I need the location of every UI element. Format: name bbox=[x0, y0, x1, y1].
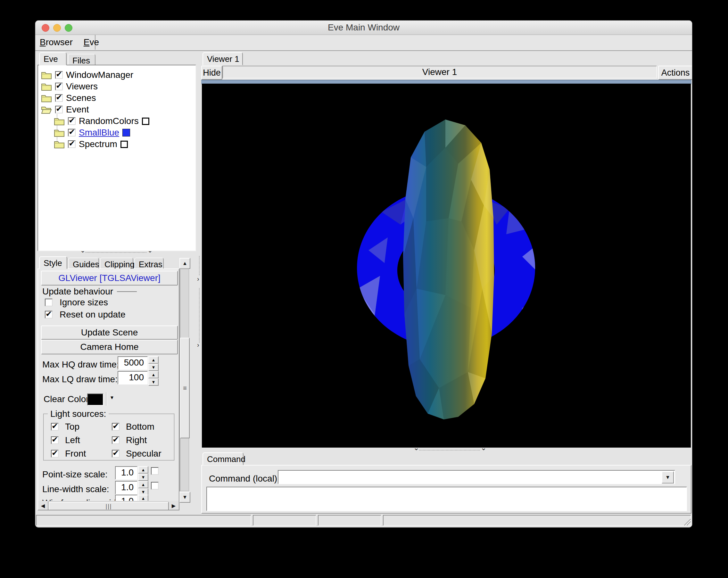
scroll-left-icon[interactable]: ◀ bbox=[39, 501, 47, 510]
visibility-checkbox[interactable]: ✔ bbox=[68, 140, 76, 148]
glviewer-button[interactable]: GLViewer [TGLSAViewer] bbox=[41, 271, 178, 286]
light-left-row: ✔Left bbox=[51, 435, 112, 445]
light-bottom-row: ✔Bottom bbox=[112, 422, 170, 432]
spin-up-icon[interactable]: ▲ bbox=[138, 466, 148, 474]
point-size-value[interactable]: 1.0 bbox=[115, 466, 137, 480]
command-panel: Command (local): ▼ bbox=[201, 465, 692, 514]
title-bar[interactable]: Eve Main Window bbox=[35, 21, 692, 35]
spin-up-icon[interactable]: ▲ bbox=[148, 371, 159, 378]
tree-item-label[interactable]: Scenes bbox=[66, 93, 96, 103]
tab-files[interactable]: Files bbox=[68, 54, 96, 65]
max-hq-label: Max HQ draw time: bbox=[42, 360, 119, 370]
light-top-row: ✔Top bbox=[51, 422, 112, 432]
spin-down-icon[interactable]: ▼ bbox=[138, 474, 148, 481]
menu-browser[interactable]: Browser bbox=[40, 37, 73, 47]
command-dropdown-icon[interactable]: ▼ bbox=[662, 471, 674, 483]
folder-icon bbox=[54, 140, 65, 149]
gl-viewport[interactable] bbox=[202, 84, 691, 448]
scroll-right-icon[interactable]: ▶ bbox=[170, 501, 178, 510]
tab-clipping[interactable]: Clipping bbox=[100, 258, 133, 269]
point-size-label: Point-size scale: bbox=[42, 469, 108, 480]
folder-icon bbox=[41, 94, 52, 103]
tree-row-event[interactable]: ✔ Event bbox=[41, 104, 89, 115]
clear-color-dropdown-icon[interactable]: ▼ bbox=[110, 395, 114, 400]
spin-down-icon[interactable]: ▼ bbox=[148, 378, 159, 386]
visibility-checkbox[interactable]: ✔ bbox=[68, 129, 76, 136]
resize-grip-icon[interactable] bbox=[682, 517, 691, 525]
light-left-checkbox[interactable]: ✔ bbox=[51, 437, 59, 444]
visibility-checkbox[interactable]: ✔ bbox=[55, 106, 63, 113]
light-top-checkbox[interactable]: ✔ bbox=[51, 423, 59, 430]
style-vscroll-up-icon[interactable]: ▲ bbox=[179, 258, 190, 269]
light-right-checkbox[interactable]: ✔ bbox=[112, 437, 120, 444]
folder-icon bbox=[41, 82, 52, 91]
spin-up-icon[interactable]: ▲ bbox=[148, 356, 159, 364]
color-marker-blue[interactable] bbox=[122, 129, 130, 136]
splitter-caret-icon: ⌄ bbox=[413, 446, 419, 449]
max-lq-value[interactable]: 100 bbox=[118, 371, 148, 385]
line-width-value[interactable]: 1.0 bbox=[115, 481, 137, 494]
color-marker-empty[interactable] bbox=[142, 117, 149, 125]
tree-item-label[interactable]: Viewers bbox=[66, 81, 98, 91]
ignore-sizes-checkbox[interactable]: ✔ bbox=[45, 298, 53, 306]
line-width-override-checkbox[interactable]: ✔ bbox=[151, 482, 159, 490]
splitter-caret-icon: › bbox=[197, 277, 199, 280]
tab-extras[interactable]: Extras bbox=[134, 258, 164, 269]
pane-splitter[interactable]: › › bbox=[198, 51, 201, 512]
max-lq-label: Max LQ draw time: bbox=[42, 374, 118, 385]
color-marker-empty[interactable] bbox=[121, 141, 128, 148]
viewer-command-splitter[interactable]: ⌄ ⌄ bbox=[201, 448, 692, 452]
eve-tree-panel: ✔ WindowManager ✔ Viewers ✔ Scenes ✔ Eve… bbox=[37, 65, 196, 251]
splitter-dots bbox=[199, 256, 200, 275]
reset-on-update-checkbox[interactable]: ✔ bbox=[45, 311, 53, 318]
tab-guides[interactable]: Guides bbox=[68, 258, 99, 269]
spin-down-icon[interactable]: ▼ bbox=[148, 364, 159, 371]
style-hscrollbar[interactable]: ◀ ||| ▶ bbox=[38, 501, 179, 510]
tab-style[interactable]: Style bbox=[39, 256, 67, 269]
hscroll-thumb[interactable]: ||| bbox=[49, 502, 169, 510]
tree-item-label[interactable]: Spectrum bbox=[79, 139, 117, 149]
light-bottom-checkbox[interactable]: ✔ bbox=[112, 423, 120, 430]
menu-box: Browser Eve bbox=[35, 35, 96, 50]
hide-button[interactable]: Hide bbox=[201, 66, 223, 80]
tree-row-spectrum[interactable]: ✔ Spectrum bbox=[54, 138, 128, 150]
tree-row-randomcolors[interactable]: ✔ RandomColors bbox=[54, 115, 149, 127]
tree-item-label-selected[interactable]: SmallBlue bbox=[79, 128, 119, 138]
max-hq-value[interactable]: 5000 bbox=[118, 356, 148, 370]
tree-row-viewers[interactable]: ✔ Viewers bbox=[41, 81, 98, 92]
open-folder-icon bbox=[41, 105, 52, 114]
light-specular-checkbox[interactable]: ✔ bbox=[112, 450, 120, 457]
clear-color-row: Clear Color ▼ bbox=[44, 394, 89, 404]
tree-row-scenes[interactable]: ✔ Scenes bbox=[41, 92, 96, 104]
light-sources-group: Light sources: ✔Top ✔Bottom ✔Left ✔Right… bbox=[43, 409, 175, 461]
3d-scene bbox=[202, 84, 691, 448]
visibility-checkbox[interactable]: ✔ bbox=[55, 94, 63, 102]
tree-row-smallblue[interactable]: ✔ SmallBlue bbox=[54, 127, 130, 138]
tree-item-label[interactable]: Event bbox=[66, 104, 89, 115]
tab-command[interactable]: Command bbox=[203, 452, 243, 465]
tree-item-label[interactable]: RandomColors bbox=[79, 116, 139, 126]
command-output-area[interactable] bbox=[206, 487, 687, 511]
style-vscroll-down-icon[interactable]: ▼ bbox=[179, 492, 190, 503]
light-front-checkbox[interactable]: ✔ bbox=[51, 450, 59, 457]
update-scene-button[interactable]: Update Scene bbox=[41, 325, 178, 340]
light-front-row: ✔Front bbox=[51, 449, 112, 459]
menu-eve[interactable]: Eve bbox=[84, 37, 99, 47]
actions-button[interactable]: Actions bbox=[658, 66, 692, 80]
camera-home-button[interactable]: Camera Home bbox=[41, 340, 178, 354]
point-size-override-checkbox[interactable]: ✔ bbox=[151, 467, 159, 475]
tab-viewer-1[interactable]: Viewer 1 bbox=[203, 52, 243, 65]
tree-item-label[interactable]: WindowManager bbox=[66, 70, 133, 80]
style-vscroll-thumb[interactable]: ≡ bbox=[180, 338, 190, 438]
clear-color-swatch[interactable] bbox=[87, 393, 104, 405]
tab-eve[interactable]: Eve bbox=[39, 52, 67, 65]
visibility-checkbox[interactable]: ✔ bbox=[55, 83, 63, 90]
spin-up-icon[interactable]: ▲ bbox=[138, 481, 148, 488]
tree-row-windowmanager[interactable]: ✔ WindowManager bbox=[41, 69, 133, 81]
visibility-checkbox[interactable]: ✔ bbox=[68, 117, 76, 125]
command-input[interactable]: ▼ bbox=[278, 470, 675, 484]
viewer-title-bar[interactable]: Viewer 1 bbox=[223, 66, 657, 79]
status-cell-2 bbox=[253, 515, 316, 526]
visibility-checkbox[interactable]: ✔ bbox=[55, 71, 63, 79]
menu-bar: Browser Eve bbox=[35, 35, 692, 51]
